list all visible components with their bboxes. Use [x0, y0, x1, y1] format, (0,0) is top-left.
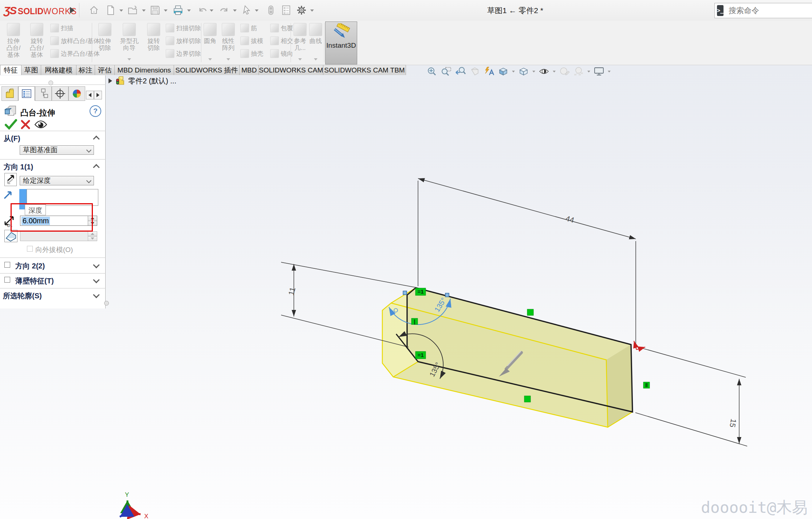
tab-solidworks-cam[interactable]: SOLIDWORKS CAM [259, 65, 323, 75]
redo-icon[interactable] [219, 5, 229, 15]
thin-feature-section-header[interactable]: 薄壁特征(T) [15, 276, 54, 286]
file-properties-icon[interactable] [281, 5, 291, 15]
tab-solidworks-cam-tbm[interactable]: SOLIDWORKS CAM TBM [323, 65, 406, 75]
ribbon-button-revolved-cut[interactable]: 旋转切除 [143, 22, 165, 63]
dimension-handle[interactable] [445, 293, 449, 297]
select-cursor-icon[interactable] [241, 5, 252, 15]
ribbon-button-shell[interactable]: 抽壳 [240, 48, 263, 59]
panel-resize-handle[interactable] [104, 301, 109, 306]
ribbon-button-reference-geometry[interactable]: 参考几... [292, 22, 308, 63]
constraint-badge-vertical[interactable]: | [411, 318, 418, 325]
search-input[interactable] [724, 6, 812, 15]
depth-spinner[interactable] [88, 216, 97, 225]
ribbon-button-mirror[interactable]: 镜向 [270, 48, 293, 59]
command-search[interactable]: >_ [714, 3, 812, 18]
selected-contours-section-header[interactable]: 所选轮廓(S) [3, 291, 42, 301]
depth-input[interactable]: 6.00mm [20, 216, 97, 226]
ribbon-button-intersect[interactable]: 相交 [270, 35, 293, 46]
ribbon-button-draft[interactable]: 拔模 [240, 35, 263, 46]
constraint-badge-parallel[interactable]: ‖ [643, 382, 650, 388]
print-icon[interactable] [173, 5, 183, 15]
graphics-viewport[interactable]: 零件2 (默认) ... [0, 65, 812, 519]
save-icon[interactable] [150, 5, 160, 15]
collapse-icon[interactable] [93, 135, 99, 142]
tab-solidworks-addins[interactable]: SOLIDWORKS 插件 [174, 65, 240, 75]
depth-value-selected-text[interactable]: 6.00mm [21, 217, 50, 225]
tab-mesh-modeling[interactable]: 网格建模 [41, 65, 76, 75]
spinner-down-button[interactable] [88, 221, 97, 226]
new-dropdown-icon[interactable] [119, 9, 123, 12]
tab-mbd[interactable]: MBD [240, 65, 259, 75]
dimension-width-value[interactable]: 15 [728, 418, 738, 428]
tab-mbd-dimensions[interactable]: MBD Dimensions [115, 65, 174, 75]
expand-icon[interactable] [93, 291, 99, 298]
ribbon-button-rib[interactable]: 筋 [240, 23, 257, 34]
ribbon-button-fillet[interactable]: 圆角 [202, 22, 218, 63]
preview-eye-button[interactable] [34, 120, 47, 129]
direction1-section-header[interactable]: 方向 1(1) [4, 162, 33, 172]
constraint-marker[interactable] [527, 309, 533, 315]
open-dropdown-icon[interactable] [142, 9, 146, 12]
reverse-direction-button[interactable] [4, 173, 17, 186]
constraint-marker[interactable] [524, 396, 531, 402]
thin-feature-checkbox[interactable] [4, 277, 10, 283]
tab-feature-manager[interactable] [1, 86, 18, 101]
instant3d-button[interactable]: Instant3D [325, 21, 357, 64]
select-dropdown-icon[interactable] [255, 9, 259, 12]
ribbon-button-revolved-boss[interactable]: 旋转凸台/基体 [25, 22, 48, 63]
tab-sketch[interactable]: 草图 [21, 65, 41, 75]
print-dropdown-icon[interactable] [187, 9, 191, 12]
model-scene[interactable]: 44 11 15 135° 135° [0, 65, 812, 519]
help-button[interactable]: ? [90, 105, 101, 117]
curves-dropdown-icon[interactable] [314, 58, 318, 60]
cancel-button[interactable] [20, 119, 31, 130]
outward-draft-checkbox[interactable] [27, 246, 33, 252]
direction-selection-box[interactable] [27, 189, 98, 206]
linear-pattern-dropdown-icon[interactable] [226, 58, 230, 60]
ribbon-button-lofted-cut[interactable]: 放样切除 [166, 35, 201, 46]
ribbon-button-lofted-boss[interactable]: 放样凸台/基体 [50, 35, 100, 46]
constraint-badge-equal[interactable]: =1 [415, 351, 426, 359]
redo-dropdown-icon[interactable] [233, 9, 237, 12]
from-combobox[interactable]: 草图基准面 [20, 145, 94, 155]
constraint-badge-equal[interactable]: =1 [415, 288, 426, 295]
home-icon[interactable] [89, 5, 99, 15]
tab-property-manager[interactable] [18, 86, 35, 101]
ribbon-button-wrap[interactable]: 包覆 [270, 23, 293, 34]
tab-configuration-manager[interactable] [35, 86, 52, 101]
tab-scroll-left-button[interactable] [86, 91, 94, 99]
tab-features[interactable]: 特征 [0, 65, 21, 75]
ribbon-button-swept-cut[interactable]: 扫描切除 [166, 23, 201, 34]
undo-dropdown-icon[interactable] [210, 9, 213, 12]
options-dropdown-icon[interactable] [310, 9, 314, 12]
tab-scroll-right-button[interactable] [94, 91, 102, 99]
dimension-handle[interactable] [403, 291, 407, 295]
new-document-icon[interactable] [106, 5, 116, 15]
tab-evaluate[interactable]: 评估 [95, 65, 115, 75]
undo-icon[interactable] [197, 5, 208, 15]
ribbon-button-curves[interactable]: 曲线 [308, 22, 323, 63]
save-dropdown-icon[interactable] [164, 9, 167, 12]
collapse-icon[interactable] [93, 164, 99, 170]
hole-wizard-dropdown-icon[interactable] [127, 58, 131, 60]
end-condition-combobox[interactable]: 给定深度 [20, 176, 94, 185]
ribbon-button-linear-pattern[interactable]: 线性阵列 [218, 22, 239, 63]
rebuild-icon[interactable] [266, 5, 276, 15]
ribbon-button-extruded-cut[interactable]: 拉伸切除 [94, 22, 116, 63]
from-section-header[interactable]: 从(F) [4, 134, 20, 143]
ribbon-button-boundary-boss[interactable]: 边界凸台/基体 [50, 48, 100, 59]
ok-button[interactable] [4, 118, 17, 130]
direction2-checkbox[interactable] [4, 262, 10, 268]
tab-markup[interactable]: 标注 [76, 65, 95, 75]
panel-splitter-handle[interactable] [48, 80, 53, 85]
options-gear-icon[interactable] [296, 5, 307, 15]
dimension-length-value[interactable]: 44 [565, 214, 575, 224]
dimension-width[interactable]: 15 [634, 346, 747, 446]
spinner-up-button[interactable] [88, 216, 97, 221]
ribbon-button-boundary-cut[interactable]: 边界切除 [166, 48, 201, 59]
open-document-icon[interactable] [127, 5, 138, 15]
ribbon-button-hole-wizard[interactable]: 异型孔向导 [117, 22, 142, 63]
ribbon-button-swept-boss[interactable]: 扫描 [50, 23, 73, 34]
draft-button[interactable] [4, 230, 17, 242]
tab-dimxpert-manager[interactable] [52, 86, 68, 101]
